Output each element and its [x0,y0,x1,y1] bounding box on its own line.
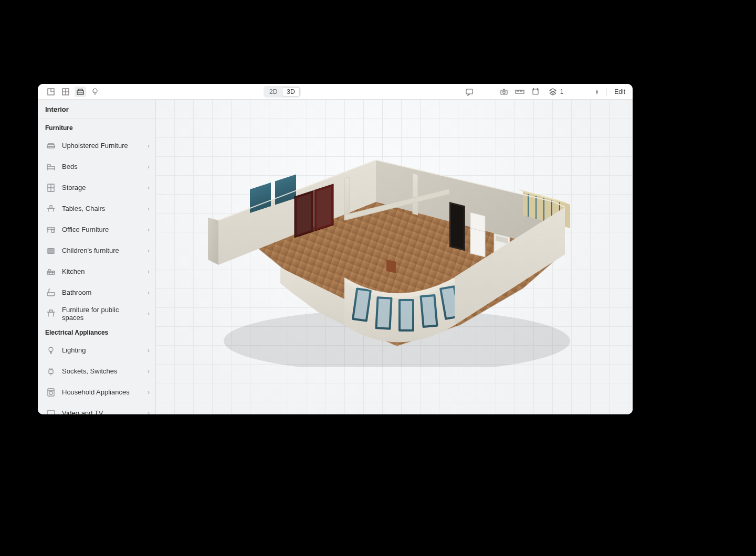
sofa-icon [45,140,57,152]
svg-rect-11 [50,206,52,208]
rooms-tool-icon[interactable] [45,87,57,97]
layers-icon [549,88,557,96]
sidebar-category-item[interactable]: Beds› [38,156,155,177]
svg-rect-52 [386,260,396,273]
sidebar-category-item[interactable]: Storage› [38,177,155,198]
ruler-tool-icon[interactable] [514,87,526,97]
bathtub-icon [45,287,57,298]
svg-point-20 [49,391,52,394]
sidebar-category-item[interactable]: Sockets, Switches› [38,360,155,381]
chevron-right-icon: › [148,410,150,415]
plug-icon [45,366,57,377]
chevron-right-icon: › [148,184,150,191]
svg-rect-19 [48,389,54,396]
chevron-right-icon: › [148,347,150,354]
sidebar-category-item[interactable]: Household Appliances› [38,381,155,402]
bed-icon [45,161,57,173]
dimensions-tool-icon[interactable] [530,87,541,97]
sidebar-group-label: Electrical Appliances [38,324,155,339]
sidebar-title: Interior [38,100,155,119]
sidebar-category-label: Furniture for public spaces [62,306,142,322]
chevron-right-icon: › [148,142,150,149]
chevron-right-icon: › [148,163,150,170]
svg-rect-61 [422,296,436,326]
annotation-tool-icon[interactable] [464,87,475,97]
svg-point-17 [49,347,53,351]
chevron-right-icon: › [148,268,150,275]
chevron-right-icon: › [148,310,150,317]
sidebar-category-item[interactable]: Upholstered Furniture› [38,135,155,156]
tv-icon [45,408,57,415]
svg-rect-32 [297,194,311,235]
desk-icon [45,224,57,236]
svg-rect-33 [317,187,331,228]
sidebar-category-label: Storage [62,184,142,191]
grid-tool-icon[interactable] [60,87,71,97]
chevron-right-icon: › [148,389,150,396]
tree-tool-icon[interactable] [89,87,101,97]
bulb-icon [45,345,57,356]
svg-marker-44 [413,173,418,215]
chevron-right-icon: › [148,247,150,254]
svg-marker-27 [208,218,218,265]
chevron-right-icon: › [148,226,150,233]
camera-tool-icon[interactable] [498,87,510,97]
sidebar-category-label: Lighting [62,346,142,354]
svg-point-6 [502,91,505,93]
svg-rect-59 [377,298,391,327]
sidebar-category-label: Sockets, Switches [62,367,142,375]
svg-rect-47 [451,204,464,249]
sidebar-category-label: Video and TV [62,409,142,414]
chevron-right-icon: › [148,205,150,212]
svg-rect-18 [49,370,53,373]
edit-button[interactable]: Edit [612,87,627,97]
sidebar-group-label: Furniture [38,119,155,135]
chevron-right-icon: › [148,289,150,296]
sidebar-category-label: Children's furniture [62,247,142,254]
view-3d-option[interactable]: 3D [282,87,299,97]
washer-icon [45,387,57,398]
sidebar-category-item[interactable]: Tables, Chairs› [38,198,155,219]
floor-selector[interactable]: 1 ▴▾ [545,87,602,97]
table-chair-icon [45,203,57,215]
svg-rect-60 [401,301,412,329]
floorplan-model [187,142,586,367]
sidebar-category-item[interactable]: Video and TV› [38,402,155,414]
crib-icon [45,245,57,256]
view-mode-toggle: 2D 3D [264,86,301,98]
top-toolbar: 2D 3D [38,84,633,100]
svg-rect-9 [47,166,55,169]
interior-sidebar: Interior FurnitureUpholstered Furniture›… [38,100,155,414]
svg-rect-48 [470,212,485,257]
svg-marker-43 [344,177,350,215]
view-2d-option[interactable]: 2D [265,87,282,97]
kitchen-icon [45,266,57,277]
floor-stepper-icon[interactable]: ▴▾ [596,89,598,94]
sidebar-category-label: Tables, Chairs [62,205,142,212]
sidebar-category-label: Household Appliances [62,388,142,396]
svg-rect-13 [51,229,54,232]
interior-tool-icon[interactable] [75,87,86,97]
svg-rect-4 [466,89,472,94]
sidebar-category-label: Bathroom [62,288,142,296]
sidebar-category-label: Upholstered Furniture [62,142,142,149]
sidebar-category-label: Beds [62,163,142,170]
svg-point-3 [93,89,97,93]
sidebar-category-item[interactable]: Children's furniture› [38,240,155,261]
sidebar-category-item[interactable]: Office Furniture› [38,219,155,240]
storage-icon [45,182,57,194]
sidebar-category-item[interactable]: Kitchen› [38,261,155,282]
sidebar-category-label: Kitchen [62,268,142,275]
svg-rect-16 [49,310,52,312]
sidebar-category-item[interactable]: Lighting› [38,339,155,360]
sidebar-category-item[interactable]: Bathroom› [38,282,155,303]
sidebar-category-label: Office Furniture [62,226,142,233]
app-window: 2D 3D [38,84,633,414]
floorplan-3d-viewport[interactable] [155,100,633,414]
chevron-right-icon: › [148,368,150,375]
sidebar-category-item[interactable]: Furniture for public spaces› [38,303,155,324]
svg-rect-21 [47,411,55,415]
public-furniture-icon [45,308,57,319]
floor-value: 1 [560,88,564,95]
